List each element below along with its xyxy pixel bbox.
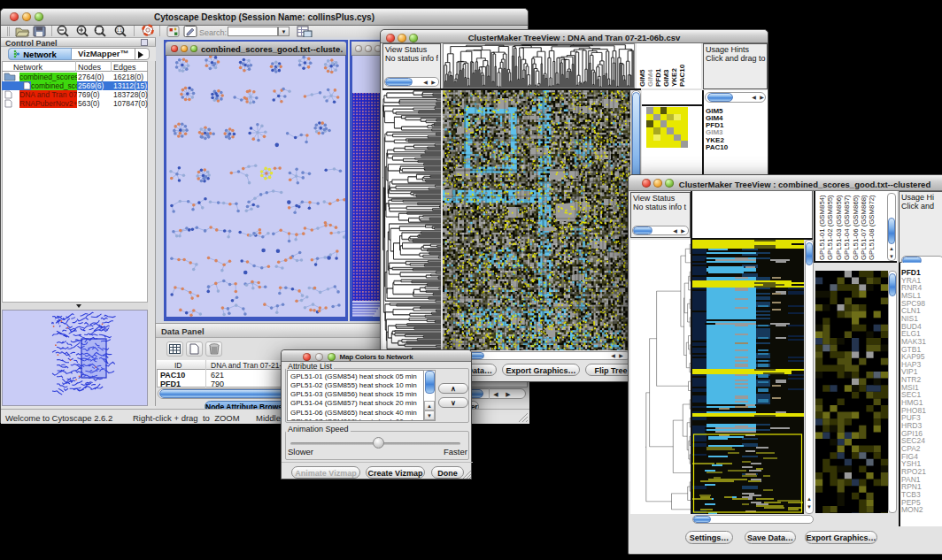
svg-text:GIM4: GIM4: [646, 69, 654, 87]
svg-text:GIM5: GIM5: [638, 69, 646, 87]
svg-text:GPL51-04 (GSM857): GPL51-04 (GSM857): [843, 195, 851, 260]
svg-text:GPL51-03 (GSM856): GPL51-03 (GSM856): [835, 195, 843, 260]
svg-text:GPL51-02 (GSM855): GPL51-02 (GSM855): [826, 195, 834, 260]
svg-text:GPL51-07 (GSM868): GPL51-07 (GSM868): [860, 195, 868, 260]
svg-text:PFD1: PFD1: [654, 68, 662, 87]
svg-text:GPL51-08 (GSM872): GPL51-08 (GSM872): [868, 195, 876, 260]
svg-text:GIM3: GIM3: [662, 69, 670, 87]
svg-text:GPL51-06 (GSM865): GPL51-06 (GSM865): [852, 195, 860, 260]
svg-text:GPL51-01 (GSM854): GPL51-01 (GSM854): [818, 195, 826, 260]
svg-text:PAC10: PAC10: [678, 64, 686, 87]
svg-text:YKE2: YKE2: [670, 68, 678, 87]
svg-text:1:1: 1:1: [117, 28, 123, 33]
